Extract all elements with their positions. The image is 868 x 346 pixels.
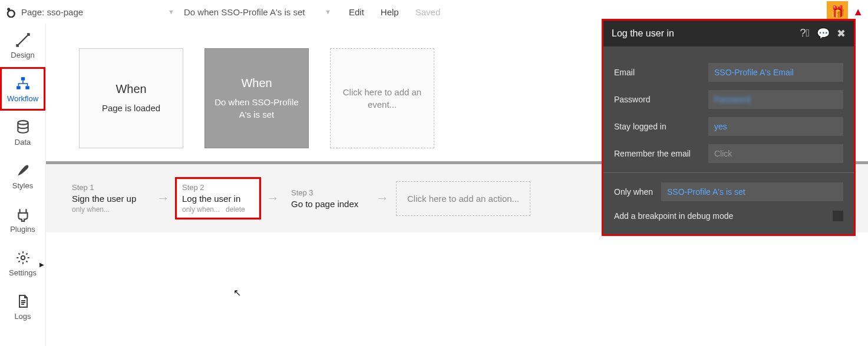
- condition-text: Do when SSO-Profile A's is set: [184, 7, 305, 17]
- panel-header[interactable]: Log the user in ?⃝ 💬 ✖: [603, 21, 854, 46]
- styles-icon: [14, 162, 32, 179]
- step-label: Step 3: [291, 188, 364, 197]
- add-action[interactable]: Click here to add an action...: [396, 181, 530, 216]
- event-desc: Do when SSO-Profile A's is set: [212, 96, 301, 121]
- sidebar: Design Workflow Data Styles Plugins Sett…: [0, 24, 46, 346]
- label-password: Password: [614, 95, 708, 104]
- svg-rect-2: [21, 77, 25, 80]
- step-title: Sign the user up: [72, 194, 145, 204]
- topbar: Page: sso-page ▼ Do when SSO-Profile A's…: [0, 0, 868, 24]
- divider: [603, 172, 854, 173]
- comment-icon[interactable]: 💬: [817, 27, 830, 40]
- svg-rect-3: [16, 86, 21, 89]
- chevron-down-icon: ▼: [168, 8, 174, 15]
- sidebar-item-data[interactable]: Data: [0, 111, 45, 154]
- event-when: When: [115, 82, 146, 96]
- label-onlywhen: Only when: [614, 187, 661, 197]
- step-label: Step 1: [72, 183, 145, 192]
- input-onlywhen[interactable]: SSO-Profile A's is set: [661, 182, 843, 201]
- step-1[interactable]: Step 1 Sign the user up only when...: [67, 179, 150, 217]
- workflow-icon: [14, 75, 32, 92]
- step-label: Step 2: [182, 183, 254, 192]
- step-delete[interactable]: delete: [226, 205, 245, 214]
- close-icon[interactable]: ✖: [837, 27, 846, 40]
- step-sub-row: only when... delete: [182, 205, 254, 214]
- event-desc: Page is loaded: [102, 102, 160, 114]
- data-icon: [14, 119, 32, 135]
- add-event-card[interactable]: Click here to add an event...: [330, 48, 434, 148]
- settings-icon: [14, 249, 32, 266]
- event-card-selected[interactable]: When Do when SSO-Profile A's is set: [204, 48, 309, 148]
- event-when: When: [241, 76, 272, 90]
- sidebar-item-workflow[interactable]: Workflow: [0, 67, 45, 111]
- page-prefix: Page:: [21, 7, 44, 17]
- input-remember[interactable]: Click: [708, 144, 843, 163]
- step-onlywhen[interactable]: only when...: [182, 205, 220, 214]
- arrow-right-icon: →: [157, 191, 170, 206]
- page-name: sso-page: [47, 7, 83, 17]
- status-saved: Saved: [415, 7, 441, 17]
- menu-help[interactable]: Help: [381, 7, 399, 17]
- sidebar-label: Styles: [12, 181, 33, 190]
- sidebar-item-logs[interactable]: Logs: [0, 285, 45, 328]
- topbar-right: 🎁 ▲: [827, 0, 868, 24]
- page-dropdown[interactable]: Page: sso-page ▼: [21, 7, 174, 17]
- sidebar-item-design[interactable]: Design: [0, 24, 45, 67]
- properties-panel: Log the user in ?⃝ 💬 ✖ Email SSO-Profile…: [603, 21, 854, 234]
- sidebar-label: Settings: [9, 268, 37, 277]
- step-title: Log the user in: [182, 194, 254, 204]
- input-email[interactable]: SSO-Profile A's Email: [708, 63, 843, 82]
- sidebar-item-settings[interactable]: Settings ▶: [0, 241, 45, 285]
- arrow-right-icon: →: [266, 191, 279, 206]
- label-stay: Stay logged in: [614, 122, 708, 131]
- step-sub: only when...: [72, 205, 145, 214]
- sidebar-label: Logs: [14, 312, 31, 321]
- sidebar-label: Design: [11, 51, 34, 59]
- label-email: Email: [614, 68, 708, 77]
- sidebar-label: Plugins: [10, 225, 35, 234]
- panel-title: Log the user in: [612, 28, 674, 39]
- svg-rect-4: [25, 86, 29, 89]
- sidebar-label: Workflow: [7, 94, 38, 103]
- step-title: Go to page index: [291, 199, 364, 209]
- step-3[interactable]: Step 3 Go to page index: [286, 185, 369, 212]
- condition-dropdown[interactable]: Do when SSO-Profile A's is set ▼: [184, 7, 331, 17]
- plugins-icon: [14, 206, 32, 222]
- step-2-selected[interactable]: Step 2 Log the user in only when... dele…: [177, 179, 259, 218]
- help-icon[interactable]: ?⃝: [800, 27, 810, 40]
- add-event-text: Click here to add an event...: [338, 86, 427, 111]
- logs-icon: [14, 293, 32, 310]
- gift-icon: 🎁: [830, 5, 845, 19]
- svg-point-1: [8, 11, 15, 18]
- arrow-right-icon: →: [376, 191, 389, 206]
- breakpoint-checkbox[interactable]: [833, 211, 843, 221]
- input-password[interactable]: Password: [708, 90, 843, 109]
- menu-edit[interactable]: Edit: [349, 7, 364, 17]
- sidebar-item-plugins[interactable]: Plugins: [0, 198, 45, 241]
- sidebar-label: Data: [15, 138, 31, 147]
- chevron-right-icon: ▶: [39, 261, 44, 268]
- logo-bubble-icon: [5, 6, 16, 18]
- svg-point-6: [21, 255, 25, 260]
- gift-button[interactable]: 🎁: [827, 1, 848, 22]
- svg-point-5: [18, 121, 28, 125]
- label-breakpoint: Add a breakpoint in debug mode: [614, 211, 733, 221]
- canvas: When Page is loaded When Do when SSO-Pro…: [46, 24, 868, 346]
- alert-icon[interactable]: ▲: [853, 6, 863, 18]
- event-card[interactable]: When Page is loaded: [79, 48, 183, 148]
- design-icon: [14, 32, 32, 48]
- input-stay[interactable]: yes: [708, 117, 843, 136]
- label-remember: Remember the email: [614, 149, 708, 158]
- chevron-down-icon: ▼: [325, 8, 331, 15]
- panel-body: Email SSO-Profile A's Email Password Pas…: [603, 46, 854, 234]
- sidebar-item-styles[interactable]: Styles: [0, 154, 45, 198]
